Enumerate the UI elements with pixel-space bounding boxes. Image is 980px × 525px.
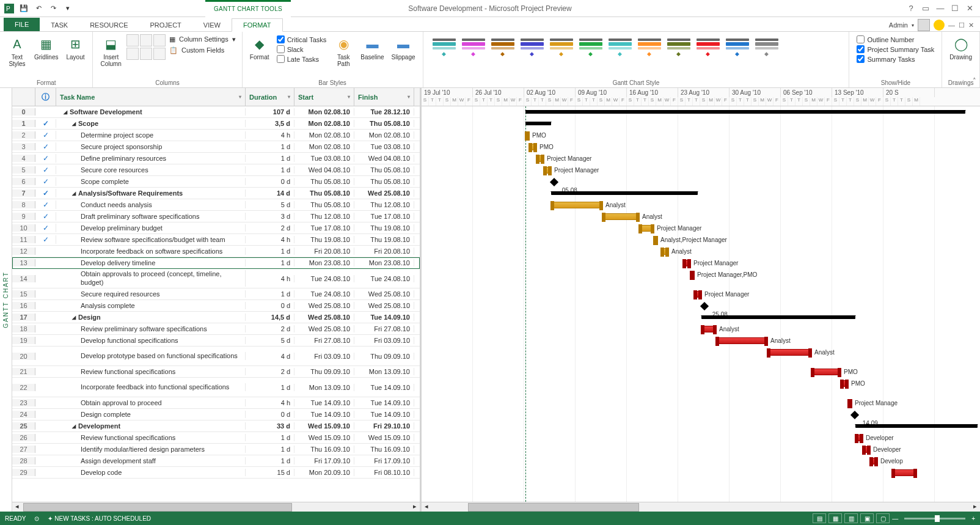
gantt-row[interactable]: 14.09 — [422, 409, 980, 420]
start-cell[interactable]: Thu 19.08.10 — [294, 236, 354, 243]
insert-column-button[interactable]: ⬓Insert Column — [98, 34, 123, 68]
start-cell[interactable]: Tue 24.08.10 — [294, 290, 354, 298]
task-bar[interactable] — [892, 469, 916, 476]
start-cell[interactable]: Fri 20.08.10 — [294, 248, 354, 255]
task-name-cell[interactable]: Review preliminary software specificatio… — [56, 325, 246, 332]
start-cell[interactable]: Thu 05.08.10 — [294, 201, 354, 208]
start-cell[interactable]: Tue 03.08.10 — [294, 155, 354, 162]
tab-file[interactable]: FILE — [4, 18, 40, 31]
collapse-icon[interactable]: ◢ — [72, 191, 76, 196]
row-number[interactable]: 20 — [12, 353, 35, 360]
row-number[interactable]: 6 — [12, 178, 35, 185]
finish-cell[interactable]: Thu 09.09.10 — [354, 353, 414, 360]
start-cell[interactable]: Mon 20.09.10 — [294, 469, 354, 476]
style-swatch-11[interactable]: ◆ — [753, 37, 780, 60]
drawing-button[interactable]: ◯Drawing — [947, 34, 975, 62]
task-name-cell[interactable]: Incorporate feedback into functional spe… — [56, 383, 246, 391]
task-bar[interactable]: PMO — [811, 369, 841, 375]
start-cell[interactable]: Fri 03.09.10 — [294, 353, 354, 360]
row-number[interactable]: 24 — [12, 411, 35, 418]
task-name-cell[interactable]: ◢Software Development — [56, 108, 246, 116]
critical-tasks-checkbox[interactable]: Critical Tasks — [277, 35, 327, 43]
table-row[interactable]: 8 ✓ Conduct needs analysis 5 d Thu 05.08… — [12, 199, 420, 211]
duration-cell[interactable]: 5 d — [246, 201, 294, 208]
gantt-row[interactable] — [422, 188, 980, 199]
finish-cell[interactable]: Tue 28.12.10 — [354, 108, 414, 116]
duration-cell[interactable]: 14,5 d — [246, 314, 294, 321]
style-swatch-9[interactable]: ◆ — [695, 37, 722, 60]
slack-checkbox[interactable]: Slack — [277, 45, 327, 53]
task-name-cell[interactable]: ◢Analysis/Software Requirements — [56, 189, 246, 197]
finish-cell[interactable]: Tue 14.09.10 — [354, 384, 414, 391]
tab-resource[interactable]: RESOURCE — [79, 19, 139, 31]
table-row[interactable]: 14 Obtain approvals to proceed (concept,… — [12, 269, 420, 288]
gantt-row[interactable] — [422, 467, 980, 479]
style-swatch-1[interactable]: ◆ — [460, 37, 487, 60]
window-minimize-icon[interactable]: — — [948, 21, 955, 29]
gantt-row[interactable]: Project Manager — [422, 222, 980, 234]
table-row[interactable]: 17 ◢Design 14,5 d Wed 25.08.10 Tue 14.09… — [12, 312, 420, 323]
ribbon-options-icon[interactable]: ▭ — [920, 3, 931, 14]
gantt-row[interactable]: Analyst — [422, 211, 980, 222]
style-swatch-5[interactable]: ◆ — [577, 37, 604, 60]
view-task-usage-icon[interactable]: ▦ — [828, 513, 842, 523]
start-cell[interactable]: Tue 14.09.10 — [294, 399, 354, 406]
maximize-icon[interactable]: ☐ — [949, 3, 960, 14]
text-styles-button[interactable]: AText Styles — [5, 34, 29, 68]
finish-cell[interactable]: Mon 02.08.10 — [354, 131, 414, 139]
table-row[interactable]: 26 Review functional specifications 1 d … — [12, 432, 420, 444]
app-icon[interactable]: P — [2, 2, 16, 15]
finish-cell[interactable]: Fri 17.09.10 — [354, 457, 414, 464]
gantt-row[interactable]: Project Manager,PMO — [422, 269, 980, 288]
finish-cell[interactable]: Wed 25.08.10 — [354, 302, 414, 309]
gantt-row[interactable]: Analyst — [422, 335, 980, 347]
align-left-icon[interactable] — [126, 34, 139, 46]
task-name-cell[interactable]: Review functional specifications — [56, 434, 246, 441]
table-row[interactable]: 27 Identify modular/tiered design parame… — [12, 444, 420, 455]
task-name-cell[interactable]: Secure core resources — [56, 166, 246, 174]
gantt-row[interactable]: 05.08 — [422, 176, 980, 188]
col-btn-6[interactable] — [153, 48, 166, 60]
duration-cell[interactable]: 1 d — [246, 457, 294, 464]
week-header[interactable]: 26 Jul '10 — [473, 88, 524, 97]
duration-cell[interactable]: 33 d — [246, 422, 294, 430]
start-cell[interactable]: Tue 17.08.10 — [294, 224, 354, 232]
task-bar[interactable]: Analyst — [767, 349, 811, 356]
week-header[interactable]: 13 Sep '10 — [832, 88, 883, 97]
duration-cell[interactable]: 1 d — [246, 143, 294, 150]
style-swatch-4[interactable]: ◆ — [548, 37, 575, 60]
table-row[interactable]: 11 ✓ Review software specifications/budg… — [12, 234, 420, 246]
tab-format[interactable]: FORMAT — [232, 18, 283, 32]
finish-cell[interactable]: Tue 24.08.10 — [354, 275, 414, 282]
project-summary-checkbox[interactable]: Project Summary Task — [857, 45, 934, 53]
task-bar[interactable]: Analyst — [661, 248, 668, 255]
duration-cell[interactable]: 0 d — [246, 178, 294, 185]
finish-cell[interactable]: Wed 04.08.10 — [354, 155, 414, 162]
finish-cell[interactable]: Thu 19.08.10 — [354, 236, 414, 243]
task-name-cell[interactable]: Analysis complete — [56, 302, 246, 309]
task-name-cell[interactable]: Develop functional specifications — [56, 337, 246, 344]
week-header[interactable]: 02 Aug '10 — [524, 88, 576, 97]
align-right-icon[interactable] — [153, 34, 166, 46]
task-bar[interactable]: Analyst — [701, 326, 716, 332]
duration-cell[interactable]: 1 d — [246, 290, 294, 298]
task-bar[interactable]: Analyst,Project Manager — [654, 237, 657, 243]
status-new-tasks[interactable]: ✦ NEW TASKS : AUTO SCHEDULED — [48, 515, 151, 522]
task-name-cell[interactable]: ◢Design — [56, 314, 246, 321]
view-sidebar[interactable]: GANTT CHART — [0, 88, 12, 512]
table-row[interactable]: 10 ✓ Develop preliminary budget 2 d Tue … — [12, 222, 420, 234]
style-swatch-8[interactable]: ◆ — [665, 37, 692, 60]
duration-cell[interactable]: 1 d — [246, 446, 294, 453]
task-name-cell[interactable]: Scope complete — [56, 178, 246, 185]
duration-cell[interactable]: 1 d — [246, 434, 294, 441]
task-name-cell[interactable]: Obtain approval to proceed — [56, 399, 246, 406]
finish-cell[interactable]: Fri 27.08.10 — [354, 325, 414, 332]
summary-bar[interactable] — [701, 315, 855, 319]
duration-cell[interactable]: 4 d — [246, 353, 294, 360]
duration-cell[interactable]: 2 d — [246, 368, 294, 375]
gantt-row[interactable]: Analyst — [422, 246, 980, 257]
col-btn-5[interactable] — [140, 48, 152, 60]
start-cell[interactable]: Fri 27.08.10 — [294, 337, 354, 344]
summary-bar[interactable] — [551, 191, 698, 195]
header-finish[interactable]: Finish▾ — [354, 88, 414, 106]
